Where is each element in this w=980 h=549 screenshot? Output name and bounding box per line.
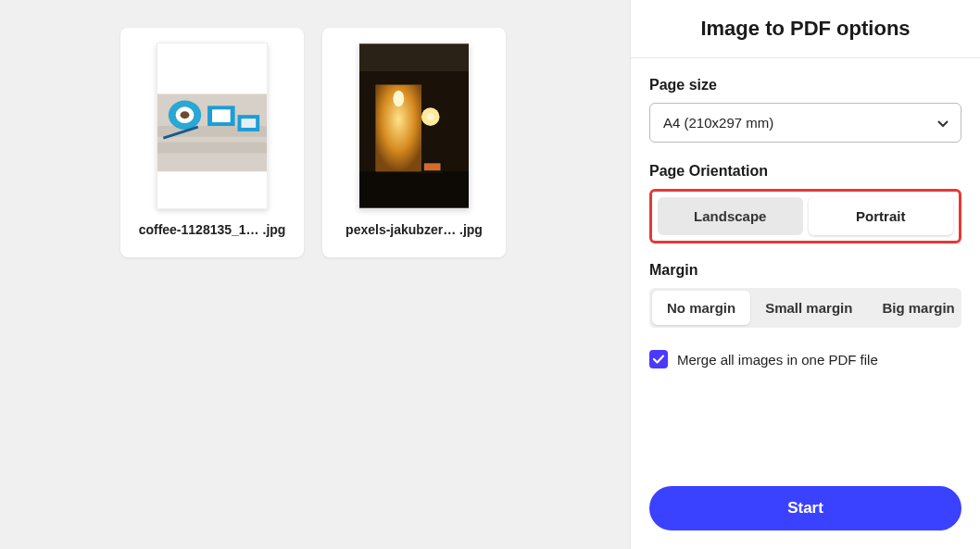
file-card[interactable]: coffee-1128135_1… .jpg xyxy=(120,28,304,257)
file-card[interactable]: pexels-jakubzer… .jpg xyxy=(322,28,506,257)
orientation-label: Page Orientation xyxy=(649,163,961,180)
orientation-landscape-button[interactable]: Landscape xyxy=(658,197,803,235)
thumbnail-image-icon xyxy=(157,44,267,208)
merge-checkbox-row: Merge all images in one PDF file xyxy=(649,350,961,368)
margin-big-button[interactable]: Big margin xyxy=(867,291,969,325)
svg-rect-4 xyxy=(157,143,267,154)
svg-rect-21 xyxy=(424,163,441,170)
options-sidebar: Image to PDF options Page size A4 (210x2… xyxy=(630,0,980,549)
page-size-select-wrap: A4 (210x297 mm) xyxy=(649,103,961,143)
sidebar-header: Image to PDF options xyxy=(631,0,980,58)
thumbnail-image-icon xyxy=(359,44,469,208)
svg-point-7 xyxy=(181,111,190,119)
file-name: coffee-1128135_1… .jpg xyxy=(139,222,286,237)
file-thumbnail xyxy=(157,43,268,209)
svg-point-19 xyxy=(427,113,434,120)
sidebar-title: Image to PDF options xyxy=(649,17,961,41)
margin-small-button[interactable]: Small margin xyxy=(750,291,867,325)
merge-checkbox-label: Merge all images in one PDF file xyxy=(677,352,878,368)
svg-point-17 xyxy=(393,91,404,107)
start-button[interactable]: Start xyxy=(649,486,961,530)
svg-rect-9 xyxy=(212,109,231,122)
page-size-label: Page size xyxy=(649,77,961,94)
main-area: coffee-1128135_1… .jpg xyxy=(0,0,630,549)
margin-group: No margin Small margin Big margin xyxy=(649,288,961,328)
svg-rect-11 xyxy=(241,119,256,128)
svg-rect-22 xyxy=(359,44,469,72)
svg-rect-14 xyxy=(359,171,469,207)
margin-none-button[interactable]: No margin xyxy=(652,291,750,325)
orientation-portrait-button[interactable]: Portrait xyxy=(809,197,954,235)
check-icon xyxy=(652,353,665,366)
file-thumbnail xyxy=(358,43,470,209)
merge-checkbox[interactable] xyxy=(649,350,668,368)
sidebar-body: Page size A4 (210x297 mm) Page Orientati… xyxy=(631,58,980,471)
sidebar-footer: Start xyxy=(631,471,980,549)
orientation-group: Landscape Portrait xyxy=(649,189,961,243)
page-size-select[interactable]: A4 (210x297 mm) xyxy=(649,103,961,143)
margin-label: Margin xyxy=(649,262,961,279)
file-name: pexels-jakubzer… .jpg xyxy=(346,222,483,237)
